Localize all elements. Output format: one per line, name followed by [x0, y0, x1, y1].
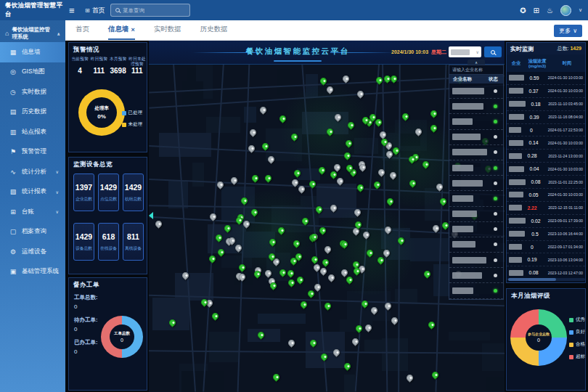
map-pin-online[interactable] — [429, 123, 438, 133]
map-pin-online[interactable] — [343, 151, 352, 160]
list-item[interactable] — [449, 283, 503, 298]
map-pin-online[interactable] — [408, 179, 417, 188]
sidebar-item-device[interactable]: ⚙ 运维设备 — [0, 242, 65, 262]
flame-icon[interactable]: ♨ — [547, 7, 553, 15]
table-row[interactable]: 0.37 2024-01-30 10:03:00 — [507, 85, 585, 98]
list-item[interactable] — [449, 145, 503, 160]
map-pin-offline[interactable] — [323, 245, 332, 254]
map-pin-online[interactable] — [295, 275, 305, 285]
company-name-input[interactable] — [452, 68, 500, 72]
map-pin-offline[interactable] — [154, 219, 163, 229]
horizontal-scrollbar[interactable] — [508, 278, 585, 281]
list-item[interactable] — [449, 222, 503, 237]
map-pin-online[interactable] — [323, 301, 332, 311]
table-row[interactable]: 2.22 2023-12-15 01:11:00 — [507, 202, 585, 215]
table-row[interactable]: 0 2022-09-17 01:34:00 — [507, 241, 585, 254]
map-pin-online[interactable] — [321, 258, 330, 267]
map-pin-offline[interactable] — [340, 268, 349, 277]
list-item[interactable] — [449, 83, 503, 99]
map-pin-offline[interactable] — [325, 85, 335, 94]
tab[interactable]: 信息墙 × — [108, 20, 135, 40]
map-pin-online[interactable] — [306, 289, 316, 298]
menu-search-input[interactable] — [123, 7, 181, 14]
map-pin-online[interactable] — [271, 372, 281, 382]
table-row[interactable]: 0.39 2023-11-16 08:04:00 — [507, 111, 585, 124]
map-pin-offline[interactable] — [356, 89, 365, 99]
map-pin-offline[interactable] — [258, 105, 268, 115]
map-pin-offline[interactable] — [405, 373, 415, 383]
company-select[interactable]: ∨ — [449, 46, 481, 57]
table-row[interactable]: 0.18 2023-11-10 03:45:00 — [507, 98, 585, 111]
more-button[interactable]: 更多 ∨ — [554, 25, 582, 37]
sidebar-item-stats-report[interactable]: ▧ 统计报表 ∨ — [0, 182, 65, 203]
home-breadcrumb[interactable]: ⊞ 首页 — [85, 0, 105, 20]
table-row[interactable]: 0.19 2023-10-06 13:04:00 — [507, 253, 585, 266]
list-item[interactable] — [449, 114, 503, 129]
map-pin-online[interactable] — [422, 269, 432, 279]
company-search-button[interactable] — [484, 46, 502, 57]
hamburger-menu-icon[interactable]: ≡ — [69, 0, 75, 20]
list-item[interactable] — [449, 253, 503, 268]
map-pin-offline[interactable] — [362, 230, 371, 240]
table-row[interactable]: 0 2024-01-17 22:53:00 — [507, 124, 585, 137]
map-pin-online[interactable] — [427, 320, 436, 330]
map-pin-offline[interactable] — [327, 273, 336, 282]
table-row[interactable]: 0.28 2023-11-24 13:00:00 — [507, 150, 585, 163]
sidebar-item-analysis[interactable]: ∿ 统计分析 ∨ — [0, 162, 65, 182]
sidebar-item-history[interactable]: ▤ 历史数据 — [0, 102, 65, 123]
list-item[interactable] — [449, 176, 503, 191]
medal-icon[interactable]: ✪ — [520, 7, 526, 15]
table-row[interactable]: 0.5 2023-10-06 16:44:00 — [507, 228, 585, 241]
table-row[interactable]: 0.05 2024-01-30 10:03:00 — [507, 189, 585, 202]
map-pin-online[interactable] — [310, 255, 319, 264]
list-item[interactable] — [449, 191, 503, 206]
map-pin-online[interactable] — [318, 226, 327, 235]
list-item[interactable] — [449, 207, 503, 222]
list-item[interactable] — [449, 130, 503, 145]
map-pin-offline[interactable] — [248, 128, 258, 137]
sidebar-item-clock[interactable]: ◷ 实时数据 — [0, 82, 65, 102]
table-row[interactable]: 0.04 2024-01-30 10:03:00 — [507, 163, 585, 176]
collapse-toggle[interactable]: ∧ — [467, 60, 485, 65]
map-pin-online[interactable] — [250, 173, 260, 183]
map-pin-offline[interactable] — [388, 171, 398, 180]
table-row[interactable]: 0.59 2024-01-30 10:03:00 — [507, 72, 585, 85]
list-item[interactable] — [449, 268, 503, 283]
close-icon[interactable]: × — [131, 26, 135, 33]
map-pin-offline[interactable] — [287, 338, 296, 348]
tab[interactable]: 历史数据 — [200, 20, 228, 40]
map-pin-online[interactable] — [264, 173, 273, 183]
list-item[interactable] — [449, 99, 503, 114]
sidebar-item-bar-chart[interactable]: ▦ 信息墙 — [0, 42, 65, 62]
sidebar-item-system[interactable]: ▣ 基础管理系统 ∨ — [0, 262, 65, 282]
user-avatar[interactable] — [560, 5, 571, 16]
map-pin-online[interactable] — [385, 197, 395, 206]
map-pin-online[interactable] — [345, 275, 354, 285]
sidebar-item-archive[interactable]: ▢ 档案查询 — [0, 222, 65, 242]
map-pin-online[interactable] — [211, 311, 220, 321]
sidebar-item-ledger[interactable]: ⊞ 台账 ∨ — [0, 202, 65, 222]
map-pin-online[interactable] — [299, 300, 309, 309]
map-pin-offline[interactable] — [313, 282, 322, 292]
tab[interactable]: 实时数据 — [154, 20, 181, 40]
table-row[interactable]: 0.14 2024-01-30 10:03:00 — [507, 136, 585, 150]
map-pin-online[interactable] — [208, 254, 217, 264]
map-pin-online[interactable] — [344, 139, 354, 148]
map-pin-online[interactable] — [430, 370, 440, 380]
map-pin-online[interactable] — [278, 114, 287, 123]
table-row[interactable]: 0.02 2023-09-01 17:39:00 — [507, 215, 585, 228]
scrollbar-thumb[interactable] — [508, 278, 556, 281]
map-pin-online[interactable] — [421, 160, 430, 169]
list-item[interactable] — [449, 237, 503, 253]
tab[interactable]: 首页 — [75, 20, 89, 40]
map-pin-online[interactable] — [356, 183, 365, 192]
sidebar-item-alarm[interactable]: ⚑ 预警管理 — [0, 142, 65, 163]
list-item[interactable] — [449, 160, 503, 176]
apps-icon[interactable]: ⊞ — [534, 7, 539, 15]
sidebar-item-map[interactable]: ◎ GIS地图 — [0, 62, 65, 83]
chevron-down-icon[interactable]: ∨ — [579, 7, 582, 13]
sidebar-section-header[interactable]: ⌂ 餐饮油烟监控管理系统 ∧ — [0, 25, 65, 42]
map-pin-online[interactable] — [365, 248, 375, 258]
panel-collapse-handle[interactable] — [149, 212, 153, 219]
table-row[interactable]: 0.08 2023-11-01 22:25:00 — [507, 176, 585, 189]
